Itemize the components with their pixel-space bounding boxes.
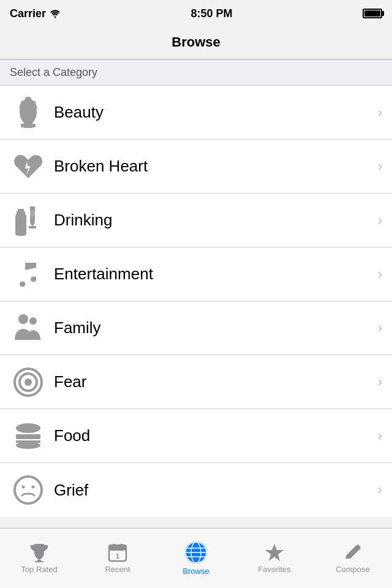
svg-point-5 (18, 314, 28, 324)
nav-bar: Browse (0, 27, 392, 59)
drinking-icon (10, 204, 47, 237)
compose-tab-label: Compose (336, 565, 370, 574)
chevron-icon: › (378, 482, 382, 498)
svg-point-13 (16, 442, 40, 449)
svg-rect-3 (18, 209, 24, 211)
calendar-icon: 1 (108, 543, 127, 562)
list-item[interactable]: Grief › (0, 463, 392, 517)
list-item[interactable]: Beauty › (0, 86, 392, 140)
status-time: 8:50 PM (191, 7, 233, 20)
tab-compose[interactable]: Compose (314, 529, 392, 588)
section-header: Select a Category (0, 59, 392, 86)
svg-point-15 (22, 486, 25, 489)
svg-point-16 (32, 486, 35, 489)
pencil-icon (343, 543, 363, 562)
family-icon (10, 313, 47, 344)
top-rated-tab-label: Top Rated (21, 565, 57, 574)
svg-rect-18 (35, 561, 43, 562)
carrier-text: Carrier (10, 7, 61, 20)
svg-point-14 (15, 477, 42, 503)
beauty-icon (10, 97, 47, 129)
svg-point-6 (29, 317, 37, 325)
entertainment-label: Entertainment (47, 265, 378, 284)
svg-point-9 (24, 379, 32, 386)
entertainment-icon (10, 259, 47, 290)
fear-label: Fear (47, 372, 378, 391)
status-bar: Carrier 8:50 PM (0, 0, 392, 27)
trophy-icon (29, 543, 49, 562)
chevron-icon: › (378, 159, 382, 175)
svg-rect-21 (113, 544, 115, 548)
category-list: Beauty › Broken Heart › Drinking › (0, 86, 392, 517)
chevron-icon: › (378, 105, 382, 121)
chevron-icon: › (378, 428, 382, 444)
list-item[interactable]: Family › (0, 301, 392, 355)
grief-label: Grief (47, 481, 378, 500)
tab-bar: Top Rated 1 Recent Browse Favorites (0, 528, 392, 588)
svg-rect-11 (16, 434, 40, 439)
broken-heart-label: Broken Heart (47, 157, 378, 176)
wifi-icon (50, 9, 61, 18)
svg-text:1: 1 (116, 552, 119, 560)
grief-icon (10, 475, 47, 505)
beauty-label: Beauty (47, 103, 378, 122)
list-item[interactable]: Drinking › (0, 194, 392, 247)
drinking-label: Drinking (47, 211, 378, 230)
chevron-icon: › (378, 266, 382, 282)
battery-indicator (363, 9, 382, 18)
browse-tab-label: Browse (183, 567, 209, 576)
tab-favorites[interactable]: Favorites (235, 529, 314, 588)
list-item[interactable]: Food › (0, 409, 392, 463)
tab-top-rated[interactable]: Top Rated (0, 529, 78, 588)
page-title: Browse (0, 34, 392, 50)
svg-point-10 (16, 423, 40, 433)
tab-browse[interactable]: Browse (157, 529, 235, 588)
chevron-icon: › (378, 320, 382, 336)
chevron-icon: › (378, 213, 382, 228)
family-label: Family (47, 318, 378, 337)
list-item[interactable]: Entertainment › (0, 247, 392, 301)
fear-icon (10, 367, 47, 398)
svg-point-0 (55, 17, 56, 18)
chevron-icon: › (378, 374, 382, 390)
section-header-text: Select a Category (10, 66, 97, 78)
svg-point-4 (30, 210, 35, 217)
svg-rect-20 (109, 545, 126, 551)
list-item[interactable]: Broken Heart › (0, 140, 392, 194)
broken-heart-icon (10, 153, 47, 181)
svg-rect-22 (120, 544, 123, 548)
tab-recent[interactable]: 1 Recent (78, 529, 157, 588)
list-item[interactable]: Fear › (0, 355, 392, 409)
food-icon (10, 422, 47, 450)
star-icon (265, 543, 284, 562)
favorites-tab-label: Favorites (258, 565, 290, 574)
food-label: Food (47, 426, 378, 445)
recent-tab-label: Recent (105, 565, 130, 574)
svg-marker-30 (265, 544, 284, 561)
globe-icon (184, 541, 208, 564)
